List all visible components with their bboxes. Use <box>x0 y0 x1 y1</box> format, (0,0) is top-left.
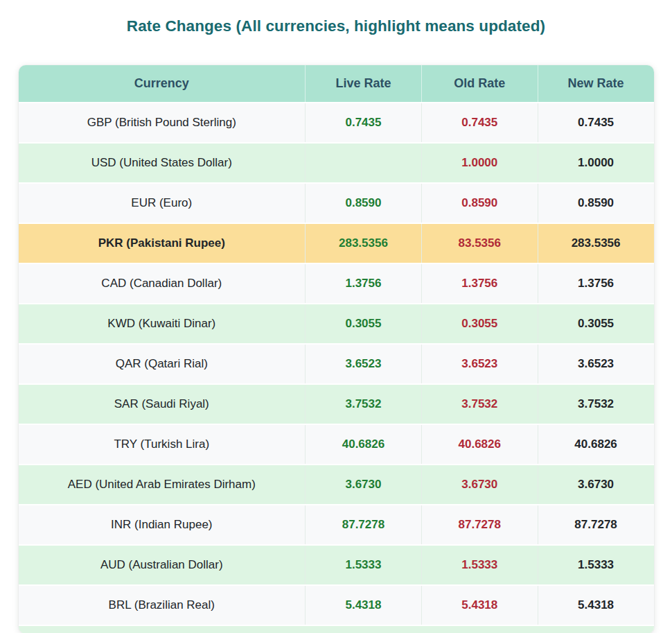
old-rate-cell: 87.7278 <box>421 505 538 544</box>
currency-cell: AUD (Australian Dollar) <box>19 546 306 584</box>
table-row: AUD (Australian Dollar) 1.5333 1.5333 1.… <box>19 546 654 586</box>
new-rate-cell: 87.7278 <box>538 505 654 544</box>
new-rate-cell: 5.4318 <box>538 586 654 625</box>
new-rate-cell: 40.6826 <box>538 425 654 464</box>
currency-cell: QAR (Qatari Rial) <box>19 345 306 383</box>
currency-cell: USD (United States Dollar) <box>19 144 306 182</box>
live-rate-cell: 0.8590 <box>305 184 421 223</box>
live-rate-cell: 3.6730 <box>305 465 421 504</box>
old-rate-cell: 1.0000 <box>421 144 538 182</box>
new-rate-cell: 0.8590 <box>538 184 654 223</box>
table-row: GBP (British Pound Sterling) 0.7435 0.74… <box>19 103 654 144</box>
live-rate-cell: 1.3756 <box>305 264 421 303</box>
currency-cell: TRY (Turkish Lira) <box>19 425 306 464</box>
old-rate-cell: 5.4318 <box>421 586 538 625</box>
table-header-row: Currency Live Rate Old Rate New Rate <box>19 65 654 103</box>
new-rate-cell: 1.5333 <box>538 546 654 584</box>
table-body: GBP (British Pound Sterling) 0.7435 0.74… <box>19 103 654 626</box>
currency-cell: EUR (Euro) <box>19 184 306 223</box>
table-row: CAD (Canadian Dollar) 1.3756 1.3756 1.37… <box>19 264 654 304</box>
live-rate-cell: 87.7278 <box>305 505 421 544</box>
live-rate-cell: 283.5356 <box>305 224 421 263</box>
live-rate-cell: 0.7435 <box>305 103 421 142</box>
page-title: Rate Changes (All currencies, highlight … <box>0 17 672 35</box>
old-rate-cell: 83.5356 <box>421 224 538 263</box>
rates-table: Currency Live Rate Old Rate New Rate GBP… <box>19 65 654 633</box>
live-rate-cell: 3.6523 <box>305 345 421 383</box>
table-row: SAR (Saudi Riyal) 3.7532 3.7532 3.7532 <box>19 385 654 425</box>
currency-cell: CAD (Canadian Dollar) <box>19 264 306 303</box>
new-rate-cell: 1.3756 <box>538 264 654 303</box>
new-rate-cell: 1.0000 <box>538 144 654 182</box>
old-rate-cell: 40.6826 <box>421 425 538 464</box>
table-row: BRL (Brazilian Real) 5.4318 5.4318 5.431… <box>19 586 654 626</box>
old-rate-cell: 3.6730 <box>421 465 538 504</box>
table-row: AED (United Arab Emirates Dirham) 3.6730… <box>19 465 654 505</box>
live-rate-cell <box>305 144 421 182</box>
new-rate-cell: 3.6523 <box>538 345 654 383</box>
old-rate-cell: 3.7532 <box>421 385 538 424</box>
old-rate-cell: 1.3756 <box>421 264 538 303</box>
column-header-new-rate: New Rate <box>538 65 654 102</box>
currency-cell: AED (United Arab Emirates Dirham) <box>19 465 306 504</box>
live-rate-cell: 5.4318 <box>305 586 421 625</box>
partial-next-row <box>19 626 654 633</box>
new-rate-cell: 0.3055 <box>538 304 654 343</box>
old-rate-cell: 0.8590 <box>421 184 538 223</box>
old-rate-cell: 0.3055 <box>421 304 538 343</box>
currency-cell: INR (Indian Rupee) <box>19 505 306 544</box>
live-rate-cell: 3.7532 <box>305 385 421 424</box>
old-rate-cell: 3.6523 <box>421 345 538 383</box>
table-row: INR (Indian Rupee) 87.7278 87.7278 87.72… <box>19 505 654 546</box>
table-row: USD (United States Dollar) 1.0000 1.0000 <box>19 144 654 184</box>
new-rate-cell: 0.7435 <box>538 103 654 142</box>
table-row: PKR (Pakistani Rupee) 283.5356 83.5356 2… <box>19 224 654 264</box>
table-row: TRY (Turkish Lira) 40.6826 40.6826 40.68… <box>19 425 654 465</box>
new-rate-cell: 3.7532 <box>538 385 654 424</box>
column-header-currency: Currency <box>19 65 306 102</box>
column-header-old-rate: Old Rate <box>421 65 538 102</box>
old-rate-cell: 1.5333 <box>421 546 538 584</box>
column-header-live-rate: Live Rate <box>305 65 421 102</box>
currency-cell: PKR (Pakistani Rupee) <box>19 224 306 263</box>
table-row: QAR (Qatari Rial) 3.6523 3.6523 3.6523 <box>19 345 654 385</box>
new-rate-cell: 283.5356 <box>538 224 654 263</box>
currency-cell: BRL (Brazilian Real) <box>19 586 306 625</box>
table-row: KWD (Kuwaiti Dinar) 0.3055 0.3055 0.3055 <box>19 304 654 345</box>
currency-cell: SAR (Saudi Riyal) <box>19 385 306 424</box>
live-rate-cell: 1.5333 <box>305 546 421 584</box>
live-rate-cell: 0.3055 <box>305 304 421 343</box>
new-rate-cell: 3.6730 <box>538 465 654 504</box>
currency-cell: GBP (British Pound Sterling) <box>19 103 306 142</box>
old-rate-cell: 0.7435 <box>421 103 538 142</box>
table-row: EUR (Euro) 0.8590 0.8590 0.8590 <box>19 184 654 224</box>
currency-cell: KWD (Kuwaiti Dinar) <box>19 304 306 343</box>
live-rate-cell: 40.6826 <box>305 425 421 464</box>
page: Rate Changes (All currencies, highlight … <box>0 17 672 633</box>
